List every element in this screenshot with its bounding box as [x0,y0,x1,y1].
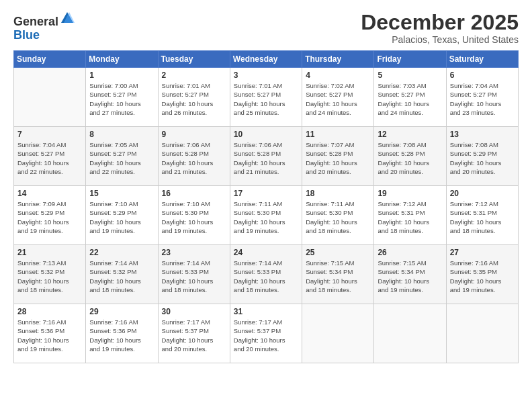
day-info: Sunrise: 7:09 AM Sunset: 5:29 PM Dayligh… [17,199,82,235]
table-row [374,304,446,363]
table-row: 4Sunrise: 7:02 AM Sunset: 5:27 PM Daylig… [302,68,374,127]
table-row: 20Sunrise: 7:12 AM Sunset: 5:31 PM Dayli… [446,186,518,245]
location: Palacios, Texas, United States [361,34,519,45]
table-row: 31Sunrise: 7:17 AM Sunset: 5:37 PM Dayli… [230,304,302,363]
table-row: 28Sunrise: 7:16 AM Sunset: 5:36 PM Dayli… [14,304,86,363]
table-row: 3Sunrise: 7:01 AM Sunset: 5:27 PM Daylig… [230,68,302,127]
day-info: Sunrise: 7:16 AM Sunset: 5:36 PM Dayligh… [17,318,82,353]
day-info: Sunrise: 7:01 AM Sunset: 5:27 PM Dayligh… [234,81,298,117]
table-row: 19Sunrise: 7:12 AM Sunset: 5:31 PM Dayli… [374,186,446,245]
col-saturday: Saturday [446,51,518,68]
day-info: Sunrise: 7:00 AM Sunset: 5:27 PM Dayligh… [89,81,154,117]
calendar-week-row: 21Sunrise: 7:13 AM Sunset: 5:32 PM Dayli… [14,245,519,304]
table-row: 1Sunrise: 7:00 AM Sunset: 5:27 PM Daylig… [86,68,158,127]
day-info: Sunrise: 7:15 AM Sunset: 5:34 PM Dayligh… [306,259,370,294]
day-info: Sunrise: 7:14 AM Sunset: 5:32 PM Dayligh… [89,259,154,294]
table-row: 16Sunrise: 7:10 AM Sunset: 5:30 PM Dayli… [158,186,230,245]
day-info: Sunrise: 7:06 AM Sunset: 5:28 PM Dayligh… [234,140,298,176]
table-row: 17Sunrise: 7:11 AM Sunset: 5:30 PM Dayli… [230,186,302,245]
day-info: Sunrise: 7:03 AM Sunset: 5:27 PM Dayligh… [378,81,442,117]
page: General Blue December 2025 Palacios, Tex… [0,0,532,411]
day-number: 24 [234,248,298,257]
header: General Blue December 2025 Palacios, Tex… [13,11,519,45]
table-row: 6Sunrise: 7:04 AM Sunset: 5:27 PM Daylig… [446,68,518,127]
day-info: Sunrise: 7:10 AM Sunset: 5:30 PM Dayligh… [162,199,226,235]
day-info: Sunrise: 7:16 AM Sunset: 5:35 PM Dayligh… [450,259,515,294]
day-number: 14 [17,189,82,198]
calendar-week-row: 1Sunrise: 7:00 AM Sunset: 5:27 PM Daylig… [14,68,519,127]
table-row: 9Sunrise: 7:06 AM Sunset: 5:28 PM Daylig… [158,127,230,186]
day-number: 23 [162,248,226,257]
day-number: 13 [450,130,515,139]
table-row: 8Sunrise: 7:05 AM Sunset: 5:27 PM Daylig… [86,127,158,186]
table-row [446,304,518,363]
day-number: 6 [450,71,515,80]
day-number: 8 [89,130,154,139]
day-number: 26 [378,248,442,257]
day-number: 29 [89,307,154,316]
day-info: Sunrise: 7:08 AM Sunset: 5:28 PM Dayligh… [378,140,442,176]
table-row: 23Sunrise: 7:14 AM Sunset: 5:33 PM Dayli… [158,245,230,304]
day-number: 7 [17,130,82,139]
col-wednesday: Wednesday [230,51,302,68]
day-number: 20 [450,189,515,198]
day-info: Sunrise: 7:12 AM Sunset: 5:31 PM Dayligh… [450,199,515,235]
table-row: 7Sunrise: 7:04 AM Sunset: 5:27 PM Daylig… [14,127,86,186]
day-info: Sunrise: 7:10 AM Sunset: 5:29 PM Dayligh… [89,199,154,235]
day-number: 1 [89,71,154,80]
table-row [302,304,374,363]
table-row: 26Sunrise: 7:15 AM Sunset: 5:34 PM Dayli… [374,245,446,304]
day-number: 4 [306,71,370,80]
table-row: 13Sunrise: 7:08 AM Sunset: 5:29 PM Dayli… [446,127,518,186]
col-tuesday: Tuesday [158,51,230,68]
col-thursday: Thursday [302,51,374,68]
day-number: 22 [89,248,154,257]
day-info: Sunrise: 7:01 AM Sunset: 5:27 PM Dayligh… [162,81,226,117]
table-row: 29Sunrise: 7:16 AM Sunset: 5:36 PM Dayli… [86,304,158,363]
table-row: 22Sunrise: 7:14 AM Sunset: 5:32 PM Dayli… [86,245,158,304]
table-row: 21Sunrise: 7:13 AM Sunset: 5:32 PM Dayli… [14,245,86,304]
day-number: 10 [234,130,298,139]
day-info: Sunrise: 7:04 AM Sunset: 5:27 PM Dayligh… [17,140,82,176]
logo: General Blue [13,11,75,42]
day-number: 21 [17,248,82,257]
day-info: Sunrise: 7:08 AM Sunset: 5:29 PM Dayligh… [450,140,515,176]
day-info: Sunrise: 7:13 AM Sunset: 5:32 PM Dayligh… [17,259,82,294]
table-row: 2Sunrise: 7:01 AM Sunset: 5:27 PM Daylig… [158,68,230,127]
calendar-week-row: 14Sunrise: 7:09 AM Sunset: 5:29 PM Dayli… [14,186,519,245]
calendar-table: Sunday Monday Tuesday Wednesday Thursday… [13,50,519,363]
day-info: Sunrise: 7:05 AM Sunset: 5:27 PM Dayligh… [89,140,154,176]
day-number: 31 [234,307,298,316]
title-block: December 2025 Palacios, Texas, United St… [361,11,519,45]
table-row: 24Sunrise: 7:14 AM Sunset: 5:33 PM Dayli… [230,245,302,304]
day-info: Sunrise: 7:14 AM Sunset: 5:33 PM Dayligh… [234,259,298,294]
calendar-week-row: 28Sunrise: 7:16 AM Sunset: 5:36 PM Dayli… [14,304,519,363]
day-info: Sunrise: 7:17 AM Sunset: 5:37 PM Dayligh… [162,318,226,353]
day-info: Sunrise: 7:15 AM Sunset: 5:34 PM Dayligh… [378,259,442,294]
day-number: 17 [234,189,298,198]
day-number: 28 [17,307,82,316]
day-number: 25 [306,248,370,257]
calendar-week-row: 7Sunrise: 7:04 AM Sunset: 5:27 PM Daylig… [14,127,519,186]
day-info: Sunrise: 7:17 AM Sunset: 5:37 PM Dayligh… [234,318,298,353]
day-number: 5 [378,71,442,80]
day-info: Sunrise: 7:14 AM Sunset: 5:33 PM Dayligh… [162,259,226,294]
table-row: 11Sunrise: 7:07 AM Sunset: 5:28 PM Dayli… [302,127,374,186]
day-number: 12 [378,130,442,139]
table-row: 30Sunrise: 7:17 AM Sunset: 5:37 PM Dayli… [158,304,230,363]
day-number: 18 [306,189,370,198]
col-monday: Monday [86,51,158,68]
table-row: 5Sunrise: 7:03 AM Sunset: 5:27 PM Daylig… [374,68,446,127]
day-number: 9 [162,130,226,139]
day-number: 11 [306,130,370,139]
day-number: 15 [89,189,154,198]
table-row [14,68,86,127]
day-number: 30 [162,307,226,316]
day-number: 2 [162,71,226,80]
day-info: Sunrise: 7:02 AM Sunset: 5:27 PM Dayligh… [306,81,370,117]
month-title: December 2025 [361,11,519,34]
table-row: 10Sunrise: 7:06 AM Sunset: 5:28 PM Dayli… [230,127,302,186]
day-info: Sunrise: 7:11 AM Sunset: 5:30 PM Dayligh… [234,199,298,235]
table-row: 12Sunrise: 7:08 AM Sunset: 5:28 PM Dayli… [374,127,446,186]
col-sunday: Sunday [14,51,86,68]
